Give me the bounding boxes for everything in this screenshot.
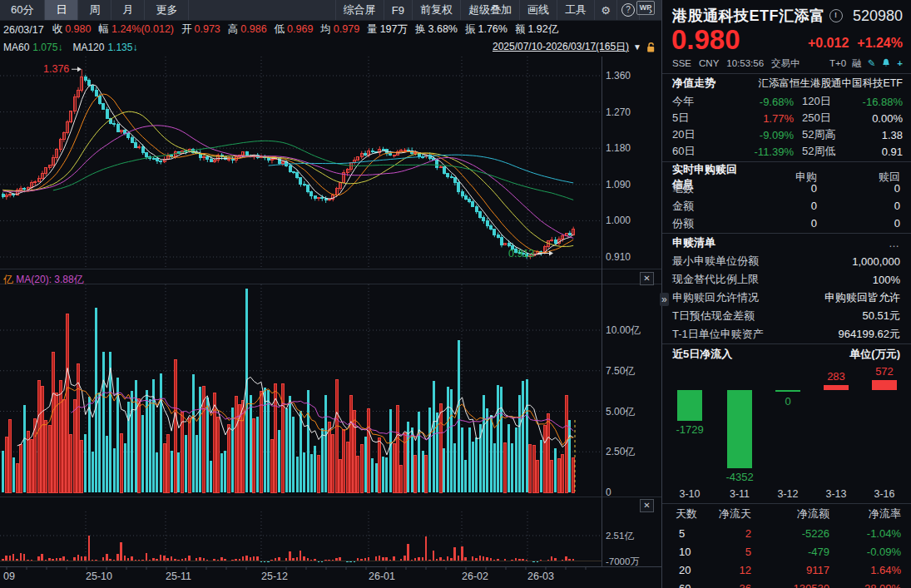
panel-collapse-handle[interactable]: » <box>660 293 669 306</box>
info-icon[interactable]: ! <box>829 9 843 22</box>
quote-额: 额1.92亿 <box>515 22 558 37</box>
flow-x-label: 3-12 <box>765 488 811 500</box>
svg-text:1.376: 1.376 <box>43 63 69 75</box>
toolbar-menu: 综合屏F9前复权超级叠加画线工具⚙?› <box>335 0 661 20</box>
tab-月[interactable]: 月 <box>111 0 145 20</box>
security-code: 520980 <box>853 7 903 25</box>
quote-均: 均0.979 <box>320 22 359 37</box>
realtime-row-份额: 份额00 <box>662 215 911 232</box>
menu-工具[interactable]: 工具 <box>557 0 594 20</box>
bell-icon[interactable] <box>881 58 891 68</box>
subscription-rows: 最小申赎单位份额1,000,000现金替代比例上限100%申购赎回允许情况申购赎… <box>662 252 911 343</box>
quote-panel: » 港股通科技ETF汇添富 ! 520980 0.980 +0.012+1.24… <box>661 0 911 588</box>
add-icon[interactable]: + <box>897 58 903 68</box>
svg-text:-7000万: -7000万 <box>606 556 640 566</box>
unlock-icon[interactable] <box>646 42 656 53</box>
menu-前复权[interactable]: 前复权 <box>412 0 460 20</box>
tab-60分[interactable]: 60分 <box>0 0 45 20</box>
flow-section-title: 近5日净流入 <box>672 347 732 362</box>
flow-bar <box>677 390 702 421</box>
svg-text:0: 0 <box>606 487 611 498</box>
flow-value-label: 572 <box>861 365 908 378</box>
flow-zero-line <box>775 390 800 392</box>
perf-row: 5日1.77%250日0.00% <box>672 110 903 126</box>
subscription-section-title: 申赎清单 <box>672 235 715 250</box>
subscription-more-icon[interactable]: … <box>889 237 900 250</box>
volume-ma-legend: 亿 MA(20): 3.88亿 <box>3 273 84 287</box>
flow-value-label: -4352 <box>716 471 763 483</box>
flow-unit-label: 单位(万元) <box>849 347 900 362</box>
security-name: 港股通科技ETF汇添富 <box>672 6 825 26</box>
legend-MA120: MA1201.135↓ <box>72 42 137 53</box>
ma-legend-row: MA601.075↓MA1201.135↓ 2025/07/10-2026/03… <box>0 38 661 56</box>
net-inflow-chart: -17293-10-43523-1103-122833-135723-16 <box>662 363 911 503</box>
quote-date: 26/03/17 <box>3 24 44 36</box>
subscription-row: 最小申赎单位份额1,000,000 <box>662 252 911 270</box>
subscription-row: 申购赎回允许情况申购赎回皆允许 <box>662 289 911 307</box>
flow-value-label: 283 <box>813 370 859 383</box>
quote-收: 收0.980 <box>52 22 92 37</box>
svg-text:26-01: 26-01 <box>369 571 395 582</box>
exchange: SSE <box>672 58 691 68</box>
ma-legend: MA601.075↓MA1201.135↓ <box>3 42 147 53</box>
subscription-row: 现金替代比例上限100% <box>662 270 911 289</box>
quote-高: 高0.986 <box>228 22 267 37</box>
help-icon[interactable]: ? <box>616 0 639 20</box>
flow-table-row: 603613053028.09% <box>662 579 911 588</box>
wp-badge[interactable]: WP <box>636 1 655 15</box>
menu-超级叠加[interactable]: 超级叠加 <box>460 0 519 20</box>
svg-text:0.910: 0.910 <box>606 251 631 263</box>
kline-chart[interactable]: 1.3601.2701.1801.0901.0000.91010.00亿7.50… <box>0 56 661 588</box>
close-minor-pane-icon[interactable]: ✕ <box>640 499 654 512</box>
perf-row: 20日-9.09%52周高1.38 <box>672 126 903 143</box>
svg-text:25-10: 25-10 <box>86 571 112 582</box>
period-toolbar: 60分日周月更多 综合屏F9前复权超级叠加画线工具⚙?› <box>0 0 661 21</box>
flow-x-label: 3-10 <box>666 488 713 500</box>
flow-x-label: 3-11 <box>716 488 763 500</box>
svg-text:26-03: 26-03 <box>527 571 554 582</box>
svg-text:09: 09 <box>3 571 15 582</box>
flow-value-label: -1729 <box>666 423 713 436</box>
flow-table-header: 天数净流天净流额净流率 <box>662 503 911 524</box>
flow-value-label: 0 <box>765 395 811 408</box>
tab-日[interactable]: 日 <box>45 0 78 20</box>
menu-画线[interactable]: 画线 <box>519 0 557 20</box>
svg-text:1.270: 1.270 <box>606 106 631 118</box>
svg-text:5.00亿: 5.00亿 <box>606 406 635 418</box>
flow-table-row: 105-479-0.09% <box>662 542 911 561</box>
svg-text:1.000: 1.000 <box>606 215 631 226</box>
realtime-row-笔数: 笔数00 <box>662 180 911 197</box>
flow-table-row: 52-5226-1.04% <box>662 524 911 542</box>
quote-幅: 幅1.24%(0.012) <box>98 22 174 37</box>
realtime-row-金额: 金额00 <box>662 197 911 215</box>
flow-bar <box>727 390 752 468</box>
margin-tag: 融 <box>852 57 862 70</box>
quote-换: 换3.68% <box>415 22 458 37</box>
svg-text:2.51亿: 2.51亿 <box>606 531 634 541</box>
chevron-down-icon[interactable]: ▼ <box>633 42 641 52</box>
tab-更多[interactable]: 更多 <box>145 0 189 20</box>
close-volume-pane-icon[interactable]: ✕ <box>640 272 654 285</box>
menu-F9[interactable]: F9 <box>384 0 412 20</box>
menu-综合屏[interactable]: 综合屏 <box>335 0 384 20</box>
svg-text:7.50亿: 7.50亿 <box>606 365 635 377</box>
perf-row: 今年-9.68%120日-16.88% <box>672 93 903 110</box>
last-price: 0.980 <box>671 26 740 54</box>
gear-icon[interactable]: ⚙ <box>594 0 616 20</box>
quote-开: 开0.973 <box>181 22 220 37</box>
svg-text:25-11: 25-11 <box>166 571 191 582</box>
legend-MA60: MA601.075↓ <box>3 42 62 53</box>
date-range[interactable]: 2025/07/10-2026/03/17(165日) <box>493 40 629 54</box>
tab-周[interactable]: 周 <box>78 0 111 20</box>
edit-icon[interactable]: ✎ <box>868 57 876 69</box>
quote-row: 26/03/17 收0.980幅1.24%(0.012)开0.973高0.986… <box>0 21 661 38</box>
t0-tag: T+0 <box>829 58 846 68</box>
quote-time: 10:53:56 <box>726 58 764 68</box>
quote-量: 量197万 <box>367 22 408 37</box>
svg-text:25-12: 25-12 <box>261 571 288 582</box>
chart-region: 60分日周月更多 综合屏F9前复权超级叠加画线工具⚙?› 26/03/17 收0… <box>0 0 661 588</box>
price-change: +0.012+1.24% <box>800 36 903 54</box>
fund-full-name: 汇添富恒生港股通中国科技ETF <box>758 77 903 91</box>
market-status: 交易中 <box>771 57 800 70</box>
quote-振: 振1.76% <box>465 22 507 37</box>
